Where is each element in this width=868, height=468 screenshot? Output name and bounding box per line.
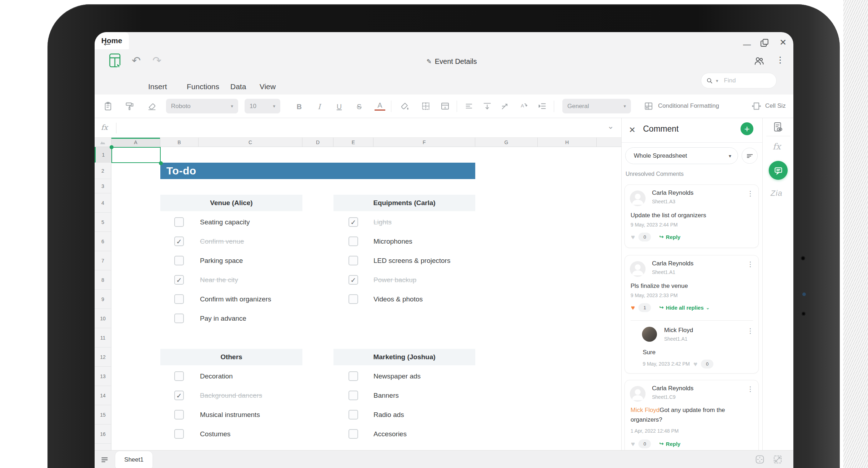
selection-handle[interactable] <box>159 161 163 165</box>
row-header[interactable]: 11 <box>95 328 111 347</box>
comment-card[interactable]: Carla Reynolds Sheet1.A3 ⋮ Update the li… <box>624 184 759 248</box>
formula-bar-expand-icon[interactable]: ⌄ <box>607 122 614 131</box>
close-panel-icon[interactable]: ✕ <box>629 125 636 135</box>
vertical-align-icon[interactable] <box>482 101 492 111</box>
cell-size-label[interactable]: Cell Siz <box>765 102 793 110</box>
minimize-button[interactable]: — <box>743 40 751 49</box>
document-title[interactable]: ✎ Event Details <box>398 55 505 68</box>
section-header-others[interactable]: Others <box>160 349 302 365</box>
close-window-button[interactable]: ✕ <box>779 37 787 47</box>
checkbox-unchecked[interactable] <box>348 294 358 304</box>
checkbox-unchecked[interactable] <box>348 391 358 400</box>
indent-icon[interactable] <box>537 101 547 111</box>
sheet-preview-icon[interactable] <box>772 122 784 133</box>
font-color-button[interactable]: A <box>375 101 385 111</box>
select-all-corner[interactable] <box>95 138 111 147</box>
comment-sort-button[interactable] <box>742 148 758 164</box>
checkbox-unchecked[interactable] <box>348 410 358 419</box>
checkbox-unchecked[interactable] <box>348 429 358 439</box>
selection-handle[interactable] <box>110 145 114 149</box>
comment-kebab-icon[interactable]: ⋮ <box>747 385 754 393</box>
find-input[interactable]: ▾ Find <box>701 73 777 88</box>
reply-button[interactable]: ↪ Reply <box>659 234 680 240</box>
expand-fullscreen-icon[interactable] <box>772 454 783 465</box>
comment-card[interactable]: Carla Reynolds Sheet1.C9 ⋮ Mick FloydGot… <box>624 380 759 456</box>
cell-size-icon[interactable] <box>752 101 761 111</box>
row-header[interactable]: 1 <box>95 147 111 163</box>
format-painter-icon[interactable] <box>125 101 135 111</box>
borders-icon[interactable] <box>421 101 431 111</box>
font-family-select[interactable]: Roboto ▾ <box>166 99 238 113</box>
paste-icon[interactable] <box>103 101 113 111</box>
todo-banner-cell[interactable]: To-do <box>160 163 475 179</box>
sheet-tab-sheet1[interactable]: Sheet1 <box>115 451 152 468</box>
row-header[interactable]: 12 <box>95 347 111 367</box>
checkbox-unchecked[interactable] <box>348 236 358 246</box>
hide-replies-button[interactable]: ↪ Hide all replies ⌄ <box>659 304 709 311</box>
column-header[interactable]: C <box>199 138 302 147</box>
merge-cells-icon[interactable]: a <box>440 101 450 111</box>
comment-kebab-icon[interactable]: ⋮ <box>747 327 754 335</box>
column-header[interactable]: B <box>160 138 199 147</box>
italic-button[interactable]: I <box>314 101 325 112</box>
tab-functions[interactable]: Functions <box>187 81 219 92</box>
like-heart-icon[interactable]: ♥ <box>631 441 635 447</box>
conditional-formatting-icon[interactable] <box>644 101 653 111</box>
comment-kebab-icon[interactable]: ⋮ <box>747 260 754 268</box>
redo-icon[interactable]: ↷ <box>152 54 161 67</box>
tab-data[interactable]: Data <box>230 81 246 92</box>
conditional-formatting-label[interactable]: Conditional Formatting <box>658 102 719 110</box>
restore-window-button[interactable] <box>759 38 769 48</box>
row-header[interactable]: 4 <box>95 193 111 213</box>
fill-color-icon[interactable] <box>400 101 409 111</box>
section-header-marketing[interactable]: Marketing (Joshua) <box>333 349 475 365</box>
comment-icon-active[interactable] <box>769 161 788 180</box>
back-icon[interactable]: ← <box>102 36 112 49</box>
column-header[interactable]: E <box>333 138 373 147</box>
function-icon[interactable]: fx <box>773 142 781 152</box>
column-header[interactable]: F <box>373 138 475 147</box>
underline-button[interactable]: U <box>334 101 345 112</box>
zoho-sheet-logo[interactable] <box>108 53 124 70</box>
checkbox-checked[interactable] <box>348 217 358 227</box>
checkbox-unchecked[interactable] <box>348 371 358 381</box>
find-options-caret-icon[interactable]: ▾ <box>716 78 718 83</box>
selected-cell-a1[interactable] <box>111 147 161 163</box>
undo-icon[interactable]: ↶ <box>132 54 141 67</box>
column-header[interactable]: A <box>111 138 160 147</box>
column-header[interactable]: D <box>302 138 333 147</box>
fit-screen-icon[interactable] <box>754 454 765 465</box>
like-heart-icon[interactable]: ♥ <box>631 304 635 311</box>
comment-card[interactable]: Carla Reynolds Sheet1.A1 ⋮ Pls finalize … <box>624 255 759 373</box>
clear-format-eraser-icon[interactable] <box>147 101 157 111</box>
text-orientation-icon[interactable] <box>500 101 510 111</box>
font-size-select[interactable]: 10 ▾ <box>245 99 280 113</box>
mention-link[interactable]: Mick Floyd <box>631 407 659 413</box>
row-header[interactable]: 3 <box>95 179 111 193</box>
sheet-grid[interactable]: A B C D E F G H 1 2 3 4 5 6 7 8 9 10 11 … <box>95 138 621 450</box>
section-header-venue[interactable]: Venue (Alice) <box>160 195 302 211</box>
zia-icon[interactable]: Zia <box>771 189 783 198</box>
share-users-icon[interactable] <box>754 56 764 66</box>
tab-insert[interactable]: Insert <box>148 81 167 92</box>
comment-kebab-icon[interactable]: ⋮ <box>747 189 754 198</box>
kebab-menu-icon[interactable]: ⋮ <box>776 55 784 65</box>
checkbox-unchecked[interactable] <box>348 256 358 265</box>
bold-button[interactable]: B <box>294 101 305 112</box>
column-header[interactable]: G <box>475 138 538 147</box>
add-comment-button[interactable]: + <box>741 122 753 135</box>
like-heart-icon[interactable]: ♥ <box>693 361 697 367</box>
horizontal-align-icon[interactable] <box>465 101 474 111</box>
row-header[interactable]: 2 <box>95 163 111 179</box>
column-header-partial[interactable] <box>597 138 621 147</box>
comment-scope-select[interactable]: Whole Spreadsheet ▾ <box>625 147 738 164</box>
sheet-list-icon[interactable] <box>100 455 110 464</box>
tab-view[interactable]: View <box>260 81 276 92</box>
section-header-equipments[interactable]: Equipments (Carla) <box>333 195 475 211</box>
column-header[interactable]: H <box>538 138 597 147</box>
strikethrough-button[interactable]: S <box>354 101 365 112</box>
reply-button[interactable]: ↪ Reply <box>659 441 680 447</box>
number-format-select[interactable]: General ▾ <box>562 99 631 113</box>
text-rotate-icon[interactable]: A <box>519 101 528 111</box>
checkbox-unchecked[interactable] <box>174 314 184 323</box>
